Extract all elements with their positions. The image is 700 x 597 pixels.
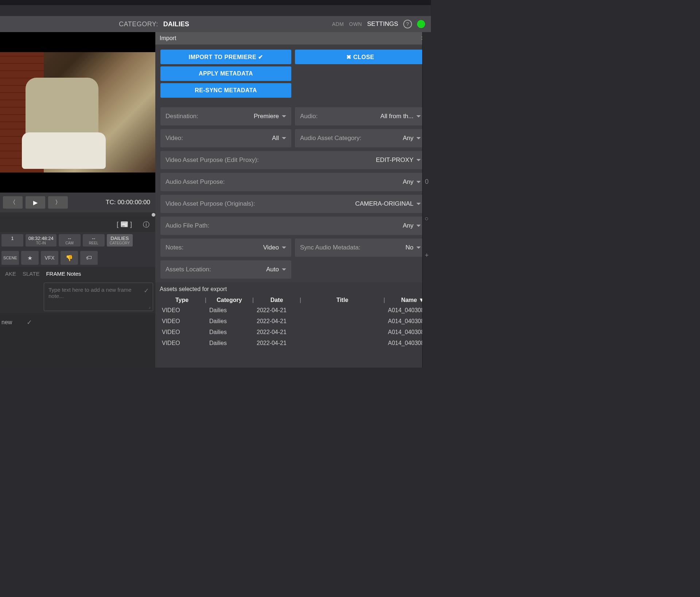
assets-table: Type | Category | Date | Title | Name ▼ … xyxy=(160,295,427,349)
timecode-display: TC: 00:00:00:00 xyxy=(106,199,150,206)
import-to-premiere-button[interactable]: IMPORT TO PREMIERE ✔ xyxy=(160,50,291,64)
note-placeholder: Type text here to add a new frame note..… xyxy=(48,287,132,299)
scrubber[interactable] xyxy=(0,212,155,217)
col-name[interactable]: Name ▼ xyxy=(388,297,424,303)
chevron-down-icon xyxy=(416,137,421,139)
check-icon[interactable]: ✓ xyxy=(27,318,32,326)
scene-button[interactable]: SCENE xyxy=(1,251,19,265)
next-button[interactable]: 〉 xyxy=(48,196,68,209)
grey-strip xyxy=(0,5,431,16)
notes-field[interactable]: Notes: Video xyxy=(160,239,291,257)
prev-button[interactable]: 〈 xyxy=(3,196,23,209)
below-note-row: new ✓ xyxy=(0,313,155,332)
import-header: Import ✖ xyxy=(155,32,431,44)
note-area: Type text here to add a new frame note..… xyxy=(0,280,155,313)
import-actions: IMPORT TO PREMIERE ✔ ✖ CLOSE APPLY METAD… xyxy=(155,44,431,103)
chevron-down-icon xyxy=(416,203,421,205)
tag-button[interactable]: 🏷 xyxy=(80,251,98,265)
chevron-down-icon xyxy=(416,247,421,249)
destination-field[interactable]: Destination: Premiere xyxy=(160,107,291,125)
import-fields: Destination: Premiere Audio: All from th… xyxy=(155,103,431,282)
frame-note-input[interactable]: Type text here to add a new frame note..… xyxy=(44,283,153,311)
tab-frame-notes[interactable]: FRAME Notes xyxy=(46,271,81,277)
star-button[interactable]: ★ xyxy=(21,251,39,265)
table-row[interactable]: VIDEODailies2022-04-21A014_04030825_C00 xyxy=(160,327,427,338)
right-side-strip: 0 ○ + xyxy=(422,32,431,368)
play-button[interactable]: ▶ xyxy=(26,196,45,209)
top-strip xyxy=(0,0,431,5)
adm-label: ADM xyxy=(332,21,344,27)
cam-box[interactable]: -- CAM xyxy=(59,234,81,247)
left-panel: 〈 ▶ 〉 TC: 00:00:00:00 [ 📰 ] ⓘ 1 08:32:48… xyxy=(0,32,155,368)
audio-asset-purpose-field[interactable]: Audio Asset Purpose: Any xyxy=(160,173,426,191)
resize-handle-icon[interactable]: ⌟ xyxy=(148,304,151,309)
col-title[interactable]: Title xyxy=(304,297,381,303)
video-asset-purpose-edit-field[interactable]: Video Asset Purpose (Edit Proxy): EDIT-P… xyxy=(160,151,426,169)
header-bar: CATEGORY: DAILIES ADM OWN SETTINGS ? xyxy=(0,16,431,32)
col-category[interactable]: Category xyxy=(209,297,249,303)
plus-icon[interactable]: + xyxy=(425,252,429,259)
apply-metadata-button[interactable]: APPLY METADATA xyxy=(160,66,291,81)
frame-brackets-icon[interactable]: [ 📰 ] xyxy=(117,220,132,229)
assets-section: Assets selected for export Type | Catego… xyxy=(155,282,431,368)
chevron-down-icon xyxy=(416,115,421,117)
sync-audio-metadata-field[interactable]: Sync Audio Metadata: No xyxy=(295,239,426,257)
playback-controls: 〈 ▶ 〉 TC: 00:00:00:00 xyxy=(0,193,155,212)
resync-metadata-button[interactable]: RE-SYNC METADATA xyxy=(160,83,291,98)
tab-slate[interactable]: SLATE xyxy=(23,271,39,277)
info-icon[interactable]: ⓘ xyxy=(143,220,149,229)
zero-label: 0 xyxy=(425,178,428,186)
new-label[interactable]: new xyxy=(1,319,12,326)
assets-location-field[interactable]: Assets Location: Auto xyxy=(160,260,291,279)
category-value[interactable]: DAILIES xyxy=(163,20,189,28)
audio-field[interactable]: Audio: All from th... xyxy=(295,107,426,125)
own-label: OWN xyxy=(349,21,362,27)
chevron-down-icon xyxy=(282,247,286,249)
index-box[interactable]: 1 xyxy=(1,234,23,247)
video-asset-purpose-orig-field[interactable]: Video Asset Purpose (Originals): CAMERA-… xyxy=(160,195,426,213)
scrub-handle[interactable] xyxy=(152,213,155,217)
category-label: CATEGORY: xyxy=(119,20,158,28)
search-slot-icon[interactable]: ○ xyxy=(425,215,429,222)
metadata-boxes: 1 08:32:48:24 TC-IN -- CAM -- REEL DAILI… xyxy=(0,232,155,249)
import-title: Import xyxy=(160,35,176,42)
tcin-box[interactable]: 08:32:48:24 TC-IN xyxy=(26,234,57,247)
assets-header-row: Type | Category | Date | Title | Name ▼ xyxy=(160,295,427,305)
category-box[interactable]: DAILIES CATEGORY xyxy=(107,234,133,247)
chevron-down-icon xyxy=(416,181,421,183)
video-frame xyxy=(0,52,155,172)
col-type[interactable]: Type xyxy=(162,297,202,303)
audio-asset-category-field[interactable]: Audio Asset Category: Any xyxy=(295,129,426,147)
close-button[interactable]: ✖ CLOSE xyxy=(295,50,426,64)
tab-take[interactable]: AKE xyxy=(5,271,16,277)
thumbs-down-button[interactable]: 👎 xyxy=(61,251,78,265)
reel-box[interactable]: -- REEL xyxy=(83,234,105,247)
notes-tabs: AKE SLATE FRAME Notes xyxy=(0,267,155,280)
chevron-down-icon xyxy=(416,225,421,227)
assets-title: Assets selected for export xyxy=(160,286,427,292)
help-icon[interactable]: ? xyxy=(403,20,412,28)
video-field[interactable]: Video: All xyxy=(160,129,291,147)
import-panel: Import ✖ IMPORT TO PREMIERE ✔ ✖ CLOSE AP… xyxy=(155,32,431,368)
table-row[interactable]: VIDEODailies2022-04-21A014_04030831_C00 xyxy=(160,316,427,327)
table-row[interactable]: VIDEODailies2022-04-21A014_04030832_C00 xyxy=(160,305,427,316)
chevron-down-icon xyxy=(282,115,286,117)
chevron-down-icon xyxy=(416,159,421,161)
audio-file-path-field[interactable]: Audio File Path: Any xyxy=(160,217,426,235)
chevron-down-icon xyxy=(282,268,286,271)
video-viewer[interactable] xyxy=(0,32,155,193)
vfx-button[interactable]: VFX xyxy=(41,251,58,265)
tag-icons-row: SCENE ★ VFX 👎 🏷 xyxy=(0,249,155,267)
table-row[interactable]: VIDEODailies2022-04-21A014_04030824_C00 xyxy=(160,338,427,349)
chevron-down-icon xyxy=(282,137,286,139)
viewer-icons: [ 📰 ] ⓘ xyxy=(0,217,155,232)
col-date[interactable]: Date xyxy=(257,297,297,303)
note-confirm-icon[interactable]: ✓ xyxy=(144,287,149,295)
status-indicator xyxy=(417,20,425,28)
settings-link[interactable]: SETTINGS xyxy=(367,20,398,28)
